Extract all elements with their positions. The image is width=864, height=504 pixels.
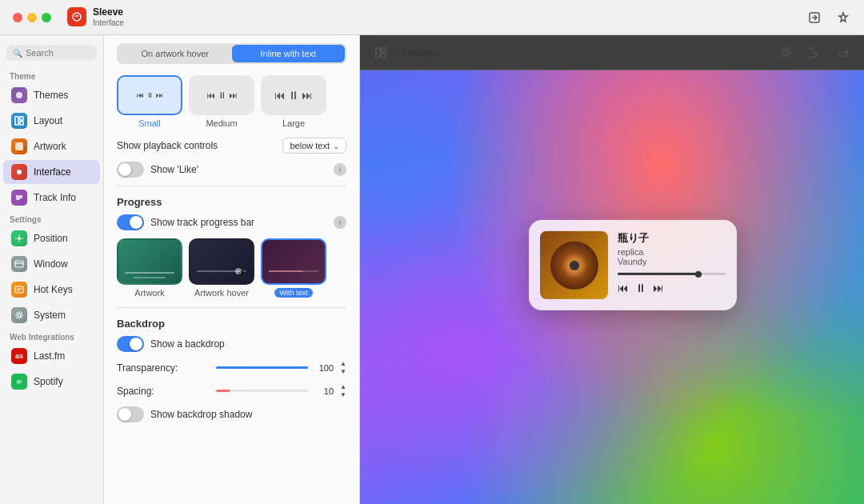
size-preview-large[interactable]: ⏮⏸⏭	[261, 75, 326, 115]
playback-controls-row: Show playback controls below text ⌄	[117, 138, 346, 154]
transparency-slider-track[interactable]	[216, 366, 309, 369]
track-name: 瓶り子	[618, 231, 726, 246]
maximize-button[interactable]	[42, 13, 51, 22]
tab-row: On artwork hover Inline with text	[117, 43, 346, 64]
pin-icon[interactable]	[835, 10, 851, 26]
sidebar-item-window[interactable]: Window	[3, 252, 100, 276]
show-like-info-icon[interactable]: i	[334, 163, 346, 176]
sidebar-item-spotify[interactable]: Spotify	[3, 370, 100, 394]
interface-icon	[11, 164, 27, 180]
playback-preview-large: ⏮⏸⏭	[274, 89, 313, 102]
prev-button[interactable]: ⏮	[618, 282, 629, 294]
svg-rect-4	[20, 117, 23, 120]
sidebar-item-artwork[interactable]: Artwork	[3, 134, 100, 158]
style-label-artwork: Artwork	[134, 288, 164, 298]
playback-position-value: below text	[290, 141, 330, 150]
svg-rect-5	[20, 122, 23, 125]
dark-mode-icon[interactable]	[806, 45, 822, 61]
search-bar[interactable]: 🔍	[6, 45, 97, 61]
svg-point-8	[18, 237, 21, 240]
minimize-button[interactable]	[27, 13, 37, 22]
settings-section-label: Settings	[0, 210, 103, 226]
spacing-slider-track[interactable]	[216, 390, 309, 392]
playback-preview-small: ⏮⏸⏭	[137, 91, 163, 99]
sidebar-themes-label: Themes	[34, 90, 68, 101]
sidebar-item-layout[interactable]: Layout	[3, 109, 100, 133]
style-preview-with-text[interactable]	[261, 238, 326, 285]
style-preview-artwork[interactable]	[117, 238, 182, 285]
dropdown-arrow-icon: ⌄	[333, 142, 339, 150]
app-icon	[67, 7, 86, 26]
playback-position-dropdown[interactable]: below text ⌄	[282, 138, 346, 154]
share-icon[interactable]	[806, 10, 822, 26]
sidebar-window-label: Window	[34, 258, 68, 270]
preview-layout-icon	[373, 45, 389, 61]
svg-rect-14	[382, 48, 386, 52]
close-button[interactable]	[13, 13, 22, 22]
app-name: Sleeve	[93, 6, 124, 18]
svg-rect-6	[15, 142, 23, 150]
style-option-artwork: Artwork	[117, 238, 182, 298]
show-shadow-label: Show backdrop shadow	[150, 409, 346, 420]
lastfm-icon: as	[11, 348, 27, 364]
divider-1	[117, 186, 346, 186]
progress-info-icon[interactable]: i	[334, 216, 346, 229]
sidebar-item-themes[interactable]: Themes	[3, 83, 100, 107]
sidebar-item-hotkeys[interactable]: Hot Keys	[3, 278, 100, 302]
sidebar-trackinfo-label: Track Info	[34, 192, 76, 203]
svg-point-16	[783, 50, 788, 55]
trackinfo-icon	[11, 190, 27, 206]
sidebar-item-interface[interactable]: Interface	[3, 160, 100, 184]
search-input[interactable]	[26, 48, 90, 58]
track-info: 瓶り子 replica Vaundy ⏮ ⏸ ⏭	[618, 231, 726, 294]
show-shadow-toggle[interactable]	[117, 406, 144, 422]
layout-icon	[11, 113, 27, 129]
search-icon: 🔍	[13, 49, 22, 58]
web-section-label: Web Integrations	[0, 328, 103, 343]
transparency-increment[interactable]: ▲	[340, 360, 346, 368]
tab-on-artwork-hover[interactable]: On artwork hover	[118, 45, 232, 62]
transparency-decrement[interactable]: ▼	[340, 368, 346, 376]
size-option-large: ⏮⏸⏭ Large	[261, 75, 326, 128]
refresh-icon[interactable]	[835, 45, 851, 61]
show-backdrop-label: Show a backdrop	[150, 338, 346, 350]
tab-inline-with-text[interactable]: Inline with text	[232, 45, 346, 62]
show-progress-toggle[interactable]	[117, 214, 144, 230]
progress-fill	[618, 273, 698, 275]
svg-point-0	[73, 13, 81, 21]
preview-gradient-bg: 瓶り子 replica Vaundy ⏮ ⏸ ⏭	[360, 70, 864, 504]
transparency-row: Transparency: 100 ▲ ▼	[117, 360, 346, 375]
progress-style-options: Artwork ⏱ Artwork hover	[117, 238, 346, 298]
titlebar: Sleeve Interface	[0, 0, 864, 35]
next-button[interactable]: ⏭	[653, 282, 664, 294]
show-backdrop-toggle[interactable]	[117, 336, 144, 352]
size-label-large: Large	[282, 118, 305, 128]
sidebar-item-position[interactable]: Position	[3, 226, 100, 250]
position-icon	[11, 230, 27, 246]
play-pause-button[interactable]: ⏸	[635, 282, 646, 294]
track-album: replica	[618, 247, 726, 257]
progress-toggle-knob	[130, 216, 142, 229]
sidebar-lastfm-label: Last.fm	[34, 350, 65, 362]
spacing-decrement[interactable]: ▼	[340, 391, 346, 399]
sidebar-item-system[interactable]: System	[3, 303, 100, 327]
sidebar-item-lastfm[interactable]: as Last.fm	[3, 344, 100, 368]
spacing-increment[interactable]: ▲	[340, 383, 346, 391]
style-preview-artwork-hover[interactable]: ⏱	[189, 238, 254, 285]
show-like-toggle[interactable]	[117, 162, 144, 178]
svg-rect-10	[15, 286, 23, 293]
toggle-knob	[118, 163, 131, 176]
sidebar-item-trackinfo[interactable]: Track Info	[3, 186, 100, 210]
divider-2	[117, 307, 346, 308]
light-mode-icon[interactable]	[778, 45, 794, 61]
hotkeys-icon	[11, 282, 27, 298]
progress-bar-row: Show track progress bar i	[117, 214, 346, 230]
content-panel: On artwork hover Inline with text ⏮⏸⏭ Sm…	[104, 35, 360, 504]
track-artist: Vaundy	[618, 257, 726, 266]
size-preview-medium[interactable]: ⏮⏸⏭	[189, 75, 254, 115]
size-preview-small[interactable]: ⏮⏸⏭	[117, 75, 182, 115]
preview-title: Preview	[402, 46, 438, 58]
playback-controls: ⏮ ⏸ ⏭	[618, 282, 726, 294]
svg-point-2	[16, 92, 22, 98]
svg-rect-3	[15, 117, 18, 125]
